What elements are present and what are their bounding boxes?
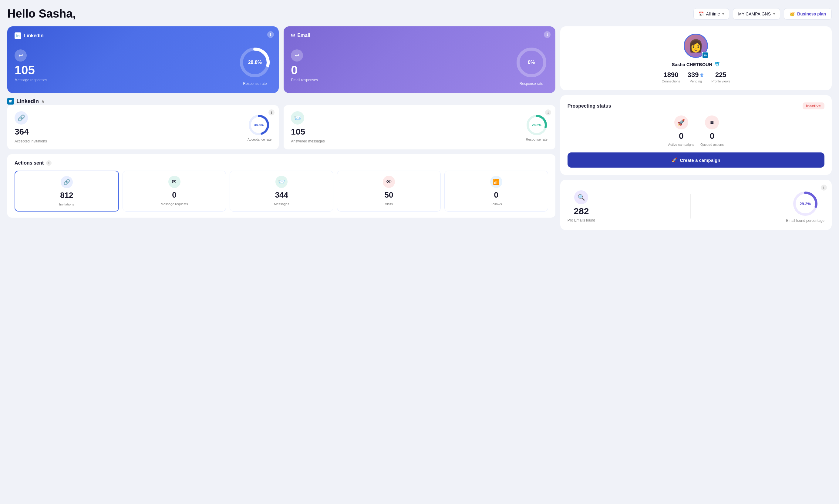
messages-label: Answered messages: [291, 139, 325, 143]
linkedin-section-header: in LinkedIn ∧: [7, 98, 555, 105]
invitation-action-icon: 🔗: [61, 176, 73, 188]
create-campaign-label: Create a campaign: [680, 158, 720, 163]
email-summary-card: ✉ Email ℹ ↩ 0 Email responses 0%: [284, 26, 555, 93]
follows-action-card[interactable]: 📶 0 Follows: [444, 170, 548, 212]
chevron-down-icon: ▾: [773, 12, 775, 16]
email-stats-info-icon[interactable]: ℹ: [821, 184, 827, 191]
prospecting-stats: 🚀 0 Active campaigns ≡ 0 Queued actions: [567, 115, 824, 146]
avatar-linkedin-logo: in: [702, 52, 708, 58]
profile-stats: 1890 Connections 339 🗑 Pending 225 Profi…: [567, 71, 824, 83]
email-stats-content: 🔍 282 Pro Emails found 29.2% Email found…: [567, 190, 824, 223]
visits-action-card[interactable]: 👁 50 Visits: [337, 170, 441, 212]
profile-views-count: 225: [715, 71, 727, 79]
messages-stat-card: ℹ 📨 105 Answered messages 28.8%: [284, 105, 555, 149]
connections-label: Connections: [662, 79, 680, 83]
email-icon: ✉: [291, 32, 295, 38]
actions-sent-section: Actions sent ℹ 🔗 812 Invitations ✉ 0 Mes…: [7, 154, 555, 218]
actions-title: Actions sent: [15, 160, 44, 166]
campaigns-filter-label: MY CAMPAIGNS: [738, 12, 771, 16]
message-icon: 📨: [291, 111, 304, 125]
follows-label: Follows: [490, 202, 502, 206]
profile-name-text: Sasha CHETBOUN: [672, 62, 712, 67]
profile-views-label: Profile views: [711, 79, 730, 83]
message-rate-donut: 28.8%: [525, 114, 548, 137]
linkedin-card-right: 28.8% Response rate: [238, 34, 272, 86]
email-card-title: Email: [297, 33, 310, 38]
time-filter-dropdown[interactable]: 📅 All time ▾: [694, 8, 730, 20]
acceptance-rate-donut: 44.8%: [247, 114, 270, 137]
linkedin-response-count: 105: [15, 64, 35, 76]
greeting: Hello Sasha,: [7, 7, 76, 20]
crown-icon: 👑: [790, 12, 795, 16]
avatar-linkedin-badge: in: [702, 52, 709, 58]
acceptance-rate-value: 44.8%: [254, 123, 264, 127]
campaigns-filter-dropdown[interactable]: MY CAMPAIGNS ▾: [733, 8, 780, 20]
email-card-header: ✉ Email: [291, 32, 310, 38]
linkedin-rate-value: 28.8%: [248, 60, 262, 65]
message-requests-label: Message requests: [161, 202, 188, 206]
reply-icon: ↩: [15, 49, 27, 61]
email-card-info-icon[interactable]: ℹ: [544, 31, 550, 38]
avatar-face: 👩: [688, 39, 703, 53]
invitations-count: 364: [15, 127, 29, 137]
pending-count: 339: [688, 71, 699, 79]
message-rate-label: Response rate: [525, 138, 548, 141]
business-plan-label: Business plan: [797, 12, 826, 16]
queue-icon: ≡: [705, 115, 719, 129]
follows-count: 0: [494, 190, 499, 200]
linkedin-section-logo: in: [7, 98, 14, 105]
email-response-icon: ↩: [291, 49, 303, 61]
active-campaigns-count: 0: [679, 131, 684, 141]
pending-label: Pending: [690, 79, 702, 83]
message-requests-action-card[interactable]: ✉ 0 Message requests: [123, 170, 226, 212]
create-campaign-button[interactable]: 🚀 Create a campaign: [567, 152, 824, 167]
email-percentage-value: 29.2%: [800, 201, 811, 206]
message-rate-donut-wrapper: 28.8% Response rate: [525, 114, 548, 141]
email-stats-card: ℹ 🔍 282 Pro Emails found 29.2%: [560, 180, 832, 230]
stats-divider: [691, 194, 691, 218]
pending-stat: 339 🗑 Pending: [688, 71, 704, 83]
email-response-label: Email responses: [291, 78, 318, 82]
email-card-right: 0% Response rate: [515, 34, 548, 86]
actions-info-icon[interactable]: ℹ: [46, 160, 52, 166]
acceptance-rate-label: Acceptance rate: [247, 138, 272, 141]
pro-emails-label: Pro Emails found: [567, 218, 595, 222]
pro-emails-count: 282: [574, 206, 589, 216]
active-campaigns-stat: 🚀 0 Active campaigns: [668, 115, 694, 146]
prospecting-header: Prospecting status Inactive: [567, 103, 824, 109]
queued-actions-label: Queued actions: [700, 143, 724, 146]
profile-name: Sasha CHETBOUN 🐬: [672, 61, 720, 67]
messages-action-card[interactable]: 📨 344 Messages: [230, 170, 333, 212]
email-percentage-label: Email found percentage: [786, 218, 824, 223]
invitations-label: Accepted invitations: [15, 139, 47, 143]
messages-count: 105: [291, 127, 305, 137]
linkedin-summary-card: in LinkedIn ℹ ↩ 105 Message responses: [7, 26, 279, 93]
linkedin-card-left: ↩ 105 Message responses: [15, 37, 47, 82]
linkedin-card-info-icon[interactable]: ℹ: [267, 31, 274, 38]
messages-action-count: 344: [275, 190, 288, 200]
top-bar: Hello Sasha, 📅 All time ▾ MY CAMPAIGNS ▾…: [7, 7, 832, 20]
messages-action-label: Messages: [274, 202, 289, 206]
invitations-action-count: 812: [60, 191, 73, 200]
linkedin-section-collapse-icon[interactable]: ∧: [41, 99, 44, 104]
prospecting-card: Prospecting status Inactive 🚀 0 Active c…: [560, 95, 832, 175]
business-plan-button[interactable]: 👑 Business plan: [784, 8, 832, 20]
invitations-action-card[interactable]: 🔗 812 Invitations: [15, 170, 119, 212]
trash-icon[interactable]: 🗑: [700, 72, 704, 77]
messages-action-icon: 📨: [276, 176, 287, 188]
rocket-btn-icon: 🚀: [671, 157, 677, 163]
visits-count: 50: [385, 190, 394, 200]
email-percentage-donut-wrapper: 29.2% Email found percentage: [786, 190, 824, 223]
message-requests-count: 0: [172, 190, 176, 200]
status-badge: Inactive: [803, 103, 824, 109]
invitations-stat-card: ℹ 🔗 364 Accepted invitations 44.8%: [7, 105, 279, 149]
avatar-wrapper: 👩 in: [684, 34, 708, 58]
active-campaigns-label: Active campaigns: [668, 143, 694, 146]
profile-card: 👩 in Sasha CHETBOUN 🐬 1890 Connections 3…: [560, 26, 832, 90]
chevron-down-icon: ▾: [722, 12, 724, 16]
actions-header: Actions sent ℹ: [15, 160, 548, 166]
linkedin-card-header: in LinkedIn: [15, 32, 44, 39]
linkedin-logo-icon: in: [15, 32, 21, 39]
messages-stat-left: 📨 105 Answered messages: [291, 111, 325, 143]
queued-actions-stat: ≡ 0 Queued actions: [700, 115, 724, 146]
